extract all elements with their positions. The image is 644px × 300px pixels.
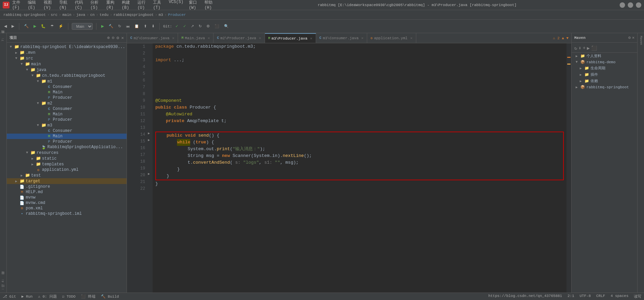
run-config-dropdown[interactable]: Main (72, 23, 93, 30)
left-tab-favorites[interactable]: 4: 运行 (0, 274, 6, 285)
toolbar-profile-button[interactable]: ⚡ (57, 23, 65, 29)
tree-arrow-java[interactable]: ▼ (24, 68, 30, 72)
scrollbar-area[interactable] (567, 43, 571, 293)
tree-item-mvnw[interactable]: 📄 mvnw (7, 195, 127, 200)
breadcrumb-part-2[interactable]: main (62, 13, 71, 17)
menu-vcs[interactable]: VCS(S) (169, 0, 183, 10)
tree-arrow-target[interactable]: ▶ (14, 179, 19, 183)
status-line-col[interactable]: 2:1 (568, 294, 574, 299)
tree-arrow-cn-tedu[interactable]: ▼ (30, 74, 35, 77)
git-push-remote[interactable]: ↗ (190, 23, 195, 29)
tab-application[interactable]: ⚙ application.yml ✕ (367, 33, 416, 43)
tab-m2-producer[interactable]: C m2\Producer.java ✕ (214, 33, 265, 43)
status-problems[interactable]: ⚠ 0: 问题 (38, 294, 57, 299)
menu-edit[interactable]: 编辑(E) (28, 0, 38, 10)
maven-item-lifecycle[interactable]: ▶ 📁 生命周期 (572, 65, 637, 71)
maven-arrow-rabbitmq-demo[interactable]: ▼ (576, 60, 580, 64)
tree-item-m1-producer[interactable]: P Producer (7, 95, 127, 100)
maven-run-icon[interactable]: ▶ (587, 45, 590, 51)
toolbar-debug-button[interactable]: 🐛 (40, 23, 47, 29)
tree-arrow-test[interactable]: ▶ (19, 174, 24, 178)
toolbar-build-button[interactable]: 🔨 (23, 23, 30, 29)
maven-download-icon[interactable]: ⬇ (578, 45, 581, 51)
breadcrumb-part-0[interactable]: rabbitmq-springboot (3, 13, 46, 17)
tab-close-m3-consumer[interactable]: ✕ (361, 36, 364, 40)
tree-item-java[interactable]: ▼ 📁 java (7, 67, 127, 73)
breadcrumb-part-5[interactable]: tedu (99, 13, 108, 17)
breadcrumb-current[interactable]: Producer (168, 13, 186, 17)
tab-bar[interactable]: C m2\Consumer.java ✕ M Main.java ✕ C m2\… (127, 33, 571, 43)
tree-item-m2-consumer[interactable]: C Consumer (7, 106, 127, 112)
tab-m3-consumer[interactable]: C m3\Consumer.java ✕ (316, 33, 367, 43)
toolbar-coverage-button[interactable]: ☂ (49, 23, 55, 29)
tab-m2-consumer[interactable]: C m2\Consumer.java ✕ (127, 33, 178, 43)
maven-item-rabbitmq-demo[interactable]: ▼ 📦 rabbitmq-demo (572, 59, 637, 65)
tree-item-m1-consumer[interactable]: C Consumer (7, 84, 127, 90)
git-expand[interactable]: ⬛ (213, 23, 221, 29)
minimize-button[interactable] (620, 2, 625, 8)
breadcrumb-part-3[interactable]: java (76, 13, 85, 17)
tree-item-pom-xml[interactable]: m pom.xml (7, 206, 127, 211)
tree-item-test[interactable]: ▶ 📁 test (7, 172, 127, 178)
left-tab-todo[interactable]: 结: (0, 285, 6, 293)
maven-item-deps[interactable]: ▶ 📁 依赖 (572, 78, 637, 84)
tab-close-main[interactable]: ✕ (208, 36, 210, 40)
tree-arrow-root[interactable]: ▼ (8, 45, 14, 49)
maven-item-personal[interactable]: ▶ 📁 个人资料 (572, 53, 637, 59)
sidebar-tree[interactable]: ▼ 📁 rabbitmq-springboot E:\ideaWorkspace… (7, 43, 127, 293)
maven-arrow-deps[interactable]: ▶ (580, 79, 584, 83)
toolbar-update-button[interactable]: ↻ (117, 23, 123, 29)
breadcrumb-part-4[interactable]: cn (90, 13, 94, 17)
right-tab-maven[interactable]: Maven (639, 33, 643, 48)
toolbar-push-button[interactable]: ⬆ (142, 23, 148, 29)
window-controls[interactable] (620, 2, 641, 8)
tree-item-main[interactable]: ▼ 📁 main (7, 61, 127, 67)
tree-arrow-resources[interactable]: ▼ (24, 151, 30, 155)
status-indent[interactable]: 4 spaces (610, 294, 628, 299)
tree-item-m3[interactable]: ▼ 📁 m3 (7, 122, 127, 128)
tree-item-m3-producer[interactable]: P Producer (7, 139, 127, 144)
tree-arrow-templates[interactable]: ▶ (30, 162, 35, 166)
tree-item-templates[interactable]: ▶ 📁 templates (7, 161, 127, 167)
tree-item-m2[interactable]: ▼ 📁 m2 (7, 100, 127, 106)
menu-build[interactable]: 构建(B) (122, 0, 132, 10)
maven-arrow-springboot[interactable]: ▶ (576, 85, 580, 89)
menu-bar[interactable]: 文件(F) 编辑(E) 视图(V) 导航(N) 代码(C) 分析(S) 重构(R… (12, 0, 215, 10)
menu-tools[interactable]: 工具(T) (153, 0, 163, 10)
maven-settings-icon[interactable]: ⚙ (628, 35, 631, 40)
status-git[interactable]: ⎇ Git (3, 294, 16, 299)
tree-arrow-static[interactable]: ▶ (30, 157, 35, 161)
tree-item-help-md[interactable]: M HELP.md (7, 189, 127, 195)
tree-item-m3-main[interactable]: M Main (7, 134, 127, 139)
sidebar-icon-expand[interactable]: ⊕ (107, 35, 110, 41)
maximize-button[interactable] (628, 2, 633, 8)
tree-arrow-mvn[interactable]: ▶ (14, 51, 19, 55)
toolbar-forward-button[interactable]: ▶ (10, 23, 16, 29)
status-linesep[interactable]: CRLF (596, 294, 605, 299)
maven-item-rabbitmq-springboot[interactable]: ▶ 📦 rabbitmq-springboot (572, 84, 637, 90)
maven-expand-icon[interactable]: ⬛ (591, 45, 597, 51)
code-editor[interactable]: package cn.tedu.rabbitmqspringboot.m3; i… (153, 43, 567, 293)
fold-icon-20[interactable]: ▶ (148, 172, 150, 176)
menu-run[interactable]: 运行(U) (137, 0, 148, 10)
tree-item-static[interactable]: ▶ 📁 static (7, 156, 127, 161)
maven-refresh-icon[interactable]: ↻ (574, 45, 577, 51)
left-tab-structure[interactable]: 7: 结构 (0, 33, 6, 44)
breadcrumb-part-7[interactable]: m3 (159, 13, 163, 17)
status-encoding[interactable]: UTF-8 (580, 294, 591, 299)
toolbar-back-button[interactable]: ◀ (3, 23, 8, 29)
tree-item-m3-consumer[interactable]: C Consumer (7, 128, 127, 134)
menu-view[interactable]: 视图(V) (44, 0, 54, 10)
status-build[interactable]: 🔨 Build (101, 294, 119, 299)
maven-arrow-personal[interactable]: ▶ (576, 54, 580, 58)
toolbar-build-config-button[interactable]: 🔨 (107, 23, 115, 29)
status-todo[interactable]: ☑ TODO (62, 294, 76, 299)
sidebar-icon-collapse[interactable]: ⊖ (112, 35, 115, 41)
menu-analyze[interactable]: 分析(S) (90, 0, 101, 10)
status-url[interactable]: https://blog.csdn.net/qn_43765881 (488, 294, 562, 299)
status-readwrite[interactable]: 读写 (634, 294, 641, 299)
maven-item-plugins[interactable]: ▶ 📁 插件 (572, 71, 637, 78)
toolbar-pull-button[interactable]: ⬇ (150, 23, 156, 29)
menu-refactor[interactable]: 重构(R) (106, 0, 116, 10)
tree-item-rabbitmq-app[interactable]: 🍃 RabbitmqSpringbootApplicatio... (7, 144, 127, 150)
